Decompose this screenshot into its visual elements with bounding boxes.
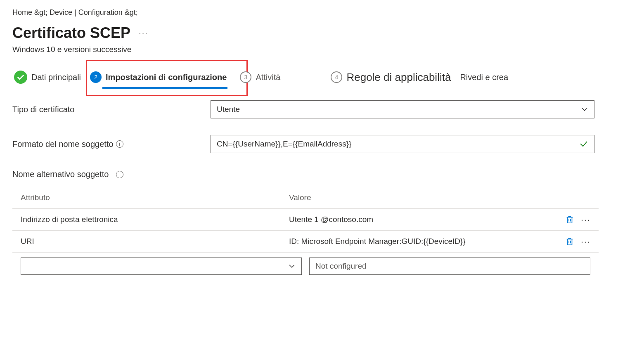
wizard-steps: Dati principali 2 Impostazioni di config…: [12, 71, 632, 84]
step-2-circle-icon: 2: [90, 71, 102, 83]
step-4-circle-icon: 4: [331, 71, 342, 83]
delete-icon[interactable]: [565, 215, 574, 224]
row-value: Utente 1 @contoso.com: [289, 215, 553, 224]
page-subtitle: Windows 10 e versioni successive: [12, 45, 632, 54]
page-title: Certificato SCEP: [12, 24, 130, 42]
new-san-row: Not configured: [12, 252, 599, 276]
step-3-circle-icon: 3: [240, 71, 251, 83]
wizard-step-3-label: Attività: [256, 73, 280, 82]
row-value: ID: Microsoft Endpoint Manager:GUID:{{De…: [289, 237, 553, 246]
new-san-value-input[interactable]: Not configured: [309, 258, 590, 275]
subject-format-label: Formato del nome soggetto i: [12, 139, 211, 149]
row-more-icon[interactable]: ···: [581, 215, 590, 224]
wizard-step-4[interactable]: 4 Regole di applicabilità: [331, 71, 451, 84]
wizard-step-5-label: Rivedi e crea: [460, 73, 508, 82]
san-table: Attributo Valore Indirizzo di posta elet…: [12, 187, 599, 276]
wizard-step-5[interactable]: Rivedi e crea: [460, 73, 508, 82]
table-row: Indirizzo di posta elettronica Utente 1 …: [12, 208, 599, 230]
header-value: Valore: [289, 193, 553, 202]
cert-type-value: Utente: [217, 105, 240, 114]
wizard-step-2[interactable]: 2 Impostazioni di configurazione: [90, 71, 227, 89]
validation-check-icon: [579, 139, 588, 149]
more-actions-icon[interactable]: ···: [139, 29, 148, 37]
breadcrumb[interactable]: Home &gt; Device | Configuration &gt;: [12, 8, 632, 17]
delete-icon[interactable]: [565, 236, 574, 246]
cert-type-select[interactable]: Utente: [211, 100, 594, 118]
wizard-step-2-label: Impostazioni di configurazione: [106, 73, 227, 82]
table-row: URI ID: Microsoft Endpoint Manager:GUID:…: [12, 230, 599, 252]
row-more-icon[interactable]: ···: [581, 237, 590, 246]
new-san-placeholder: Not configured: [315, 262, 367, 271]
wizard-step-1-label: Dati principali: [31, 73, 81, 82]
cert-type-label: Tipo di certificato: [12, 105, 211, 114]
san-label: Nome alternativo soggetto: [12, 170, 109, 179]
header-attribute: Attributo: [21, 193, 289, 202]
info-icon[interactable]: i: [116, 171, 123, 178]
row-attribute: Indirizzo di posta elettronica: [21, 215, 289, 224]
subject-format-input[interactable]: CN={{UserName}},E={{EmailAddress}}: [211, 135, 594, 153]
subject-format-label-text: Formato del nome soggetto: [12, 139, 114, 149]
wizard-step-3[interactable]: 3 Attività: [240, 71, 280, 83]
chevron-down-icon: [288, 262, 296, 270]
svg-point-0: [15, 71, 26, 83]
check-circle-icon: [14, 71, 27, 84]
subject-format-value: CN={{UserName}},E={{EmailAddress}}: [217, 139, 351, 149]
row-attribute: URI: [21, 237, 289, 246]
wizard-step-4-label: Regole di applicabilità: [346, 71, 451, 84]
new-san-attribute-select[interactable]: [21, 258, 302, 275]
current-step-underline: [102, 87, 227, 89]
info-icon[interactable]: i: [116, 140, 123, 148]
chevron-down-icon: [581, 106, 588, 113]
table-header: Attributo Valore: [12, 187, 599, 208]
wizard-step-1[interactable]: Dati principali: [14, 71, 81, 84]
